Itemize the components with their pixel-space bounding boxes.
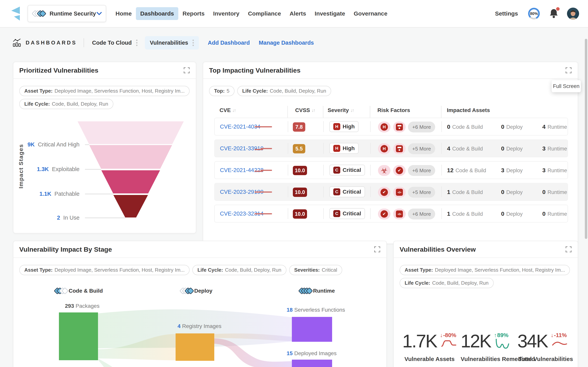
stat-value: 1.7K — [402, 332, 437, 350]
risk-factor-check-icon[interactable] — [393, 165, 406, 176]
risk-more-badge[interactable]: +5 More — [408, 143, 435, 154]
risk-more-badge[interactable]: +6 More — [408, 165, 435, 176]
filter-label: Asset Type: — [405, 267, 433, 273]
fullscreen-icon[interactable] — [565, 67, 572, 74]
risk-factor-check-icon[interactable] — [378, 209, 390, 219]
risk-factor-archive-icon[interactable] — [393, 122, 406, 133]
trend-sparkline — [255, 191, 272, 194]
table-row[interactable]: CVE-2023-32314 10.0 C Critical +6 More 1… — [214, 205, 568, 223]
usage-percent: 80% — [530, 9, 538, 18]
sankey-label-deployed-images: 15Deployed Images — [287, 350, 337, 357]
filter-life-cycle[interactable]: Life Cycle: Code, Build, Deploy, Run — [237, 86, 331, 96]
filter-top[interactable]: Top: 5 — [209, 86, 234, 96]
filter-value: Code, Build, Deploy, Run — [432, 280, 489, 286]
risk-factor-high-severity-icon[interactable] — [378, 122, 390, 133]
nav-item-investigate[interactable]: Investigate — [310, 7, 349, 20]
table-row[interactable]: CVE-2023-29199 10.0 C Critical +5 More 1… — [214, 183, 568, 201]
stat-delta: -80% — [440, 332, 456, 338]
card-title: Vulnerabilities Overview — [400, 246, 476, 253]
avatar-image — [567, 8, 579, 20]
arrow-up-icon — [494, 332, 497, 338]
brand-logo-icon — [10, 6, 22, 21]
stat-delta: 89% — [494, 332, 509, 338]
full-screen-tooltip: Full Screen — [552, 80, 581, 92]
nav-item-inventory[interactable]: Inventory — [209, 7, 244, 20]
column-header-impacted-assets: Impacted Assets — [447, 107, 490, 113]
nav-item-dashboards[interactable]: Dashboards — [136, 7, 178, 20]
stat-total-vulnerabilities: 34K -11% Total Vulnerabilities — [518, 332, 574, 362]
stat-sparkline — [494, 338, 512, 349]
severity-letter: C — [333, 167, 340, 174]
column-header-cve[interactable]: CVE — [219, 107, 236, 113]
impacted-code-build: 4Code & Build — [447, 145, 483, 152]
trend-sparkline — [255, 212, 272, 216]
user-avatar[interactable] — [567, 8, 579, 20]
impacted-deploy: 0Deploy — [501, 124, 523, 130]
risk-factor-high-severity-icon[interactable] — [378, 143, 390, 154]
vulnerabilities-menu-icon[interactable] — [192, 40, 194, 46]
nav-item-reports[interactable]: Reports — [178, 7, 209, 20]
main-nav: Home Dashboards Reports Inventory Compli… — [111, 7, 392, 20]
column-header-severity[interactable]: Severity — [328, 107, 354, 113]
sankey-node-serverless-functions — [292, 317, 332, 342]
impacted-runtime: 0Runtime — [542, 210, 567, 217]
risk-factor-rce-icon[interactable] — [393, 209, 406, 219]
vertical-scrollbar[interactable] — [585, 39, 587, 239]
code-to-cloud-menu-icon[interactable] — [136, 40, 138, 46]
nav-item-compliance[interactable]: Compliance — [244, 7, 285, 20]
funnel-value: 1.1K — [39, 191, 51, 197]
risk-more-badge[interactable]: +5 More — [408, 187, 435, 198]
tab-vulnerabilities[interactable]: Vulnerabilities — [145, 36, 199, 50]
risk-factor-check-icon[interactable] — [378, 187, 390, 198]
add-dashboard-link[interactable]: Add Dashboard — [208, 40, 250, 46]
sankey-node-registry-images — [176, 334, 214, 361]
card-header: Top Impacting Vulnerabilities — [203, 62, 578, 79]
product-switcher[interactable]: Runtime Security — [28, 5, 106, 22]
column-header-cvss[interactable]: CVSS — [295, 107, 315, 113]
manage-dashboards-link[interactable]: Manage Dashboards — [259, 40, 314, 46]
stat-value: 34K — [518, 332, 548, 350]
severity-badge: C Critical — [329, 165, 365, 175]
filter-label: Top: — [214, 88, 225, 94]
severity-letter: H — [333, 145, 340, 152]
risk-more-badge[interactable]: +6 More — [408, 209, 435, 219]
risk-factor-rce-icon[interactable] — [393, 187, 406, 198]
trend-sparkline — [255, 125, 272, 129]
product-switcher-label: Runtime Security — [50, 10, 96, 17]
risk-more-badge[interactable]: +6 More — [408, 122, 435, 133]
fullscreen-icon[interactable] — [565, 246, 572, 253]
stat-vulnerable-assets: 1.7K -80% Vulnerable Assets — [402, 332, 457, 362]
risk-factor-archive-icon[interactable] — [393, 143, 406, 154]
nav-item-home[interactable]: Home — [111, 7, 136, 20]
funnel-value: 1.3K — [37, 166, 49, 172]
settings-button[interactable]: Settings — [495, 10, 518, 17]
table-row[interactable]: CVE-2021-44228 10.0 C Critical +6 More 1… — [214, 161, 568, 179]
severity-letter: H — [333, 123, 340, 130]
table-row[interactable]: CVE-2021-4034 7.8 H High +6 More 0Code &… — [214, 118, 568, 135]
severity-badge: C Critical — [329, 208, 365, 219]
table-row[interactable]: CVE-2021-33910 5.5 H High +5 More 4Code … — [214, 139, 568, 157]
impacted-runtime: 0Runtime — [542, 189, 567, 195]
tab-vulnerabilities-label: Vulnerabilities — [150, 40, 188, 46]
filter-life-cycle[interactable]: Life Cycle: Code, Build, Deploy, Run — [400, 278, 494, 288]
nav-item-alerts[interactable]: Alerts — [285, 7, 310, 20]
cve-link[interactable]: CVE-2021-4034 — [220, 124, 260, 130]
dashboards-bar: DASHBOARDS Code To Cloud Vulnerabilities… — [0, 27, 588, 58]
risk-factor-biohazard-icon[interactable] — [378, 165, 390, 176]
stat-vulnerabilities-remediated: 12K 89% Vulnerabilities Remediated — [461, 332, 522, 362]
impacted-runtime: 3Runtime — [542, 145, 567, 152]
funnel-label-in-use[interactable]: 2 In Use — [13, 215, 79, 221]
tab-code-to-cloud[interactable]: Code To Cloud — [92, 40, 132, 46]
notifications-button[interactable] — [549, 8, 558, 19]
nav-item-governance[interactable]: Governance — [349, 7, 392, 20]
column-divider — [370, 106, 370, 119]
usage-progress-ring[interactable]: 80% — [528, 8, 540, 19]
filter-asset-type[interactable]: Asset Type: Deployed Image, Serverless F… — [400, 265, 570, 275]
cvss-badge: 10.0 — [293, 166, 307, 175]
cvss-badge: 10.0 — [293, 188, 307, 197]
stat-sparkline — [440, 338, 458, 349]
dashboards-section-label: DASHBOARDS — [26, 40, 77, 46]
funnel-value: 2 — [57, 215, 60, 221]
funnel-value: 9K — [27, 141, 35, 148]
card-header: Vulnerabilities Overview — [394, 241, 578, 258]
